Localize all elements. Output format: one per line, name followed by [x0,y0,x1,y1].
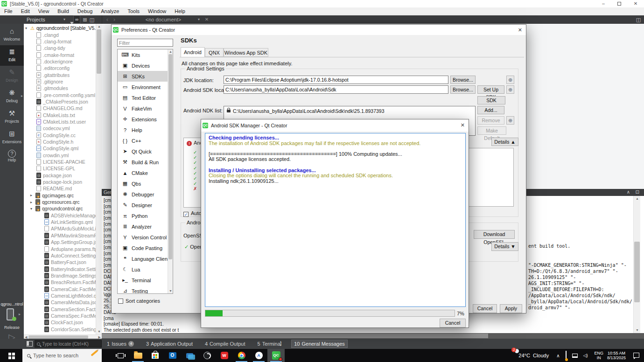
activity-extensions[interactable]: ⊞Extensions [0,127,24,148]
menu-file[interactable]: File [0,7,17,15]
tree-row[interactable]: ▾qgroundcontrol.qrc [24,205,102,212]
taskbar-file-explorer[interactable] [129,349,147,362]
tree-row[interactable]: CodingStyle.cc [24,132,102,139]
weather-temp[interactable]: 24°C [518,353,530,358]
category-scrollbar[interactable]: ▲ ▼ [168,49,173,293]
close-document-icon[interactable]: ✕ [204,15,210,24]
settings-category-kits[interactable]: ⌨Kits [118,49,173,60]
activity-help[interactable]: ?Help [0,148,24,168]
kit-project-name[interactable]: qgrou...ntrol [0,302,24,306]
output-pane-button-issues[interactable]: 1Issues4 [105,340,136,348]
output-pane-button-application-output[interactable]: 3Application Output [144,340,195,348]
tree-row[interactable]: .pre-commit-config.yaml [24,91,102,98]
taskbar-search[interactable] [22,349,102,362]
tree-row[interactable]: _CMakePresets.json [24,98,102,105]
tree-row[interactable]: BrandImage.SettingsGroup. [24,272,102,279]
tab-android[interactable]: Android [181,47,205,57]
tree-row[interactable]: .gitmodules [24,85,102,91]
settings-category-analyzer[interactable]: ≣Analyzer [118,221,173,232]
tree-row[interactable]: .dockerignore [24,58,102,65]
tree-row[interactable]: ▾⚠qgroundcontrol [Stable_V5.0] [24,25,102,31]
taskbar-android-studio[interactable]: A [250,349,267,362]
tree-row[interactable]: APMArduSubMockLink.par [24,225,102,232]
minimize-icon[interactable]: – [597,0,610,7]
tree-row[interactable]: BreachReturn.FactMetaData [24,279,102,285]
jdk-location-input[interactable] [224,76,448,84]
menu-debug[interactable]: Debug [73,7,97,15]
menu-edit[interactable]: Edit [17,7,34,15]
tree-row[interactable]: App.SettingsGroup.json [24,239,102,245]
output-vertical-scrollbar[interactable]: ▲ ▼ [633,196,640,333]
output-pane-button-compile-output[interactable]: 4Compile Output [203,340,248,348]
tree-row[interactable]: BatteryFact.json [24,259,102,265]
settings-category-debugger[interactable]: ❋Debugger [118,189,173,200]
taskbar-microsoft-store[interactable] [147,349,164,362]
taskbar-obs-studio[interactable] [198,349,216,362]
settings-category-code-pasting[interactable]: ▣Code Pasting [118,243,173,253]
cancel-button[interactable]: Cancel [473,304,497,313]
minimize-output-icon[interactable]: ∧ [627,189,630,195]
tree-row[interactable]: LICENSE-APACHE [24,159,102,165]
expander-icon[interactable]: ▾ [30,207,35,211]
close-icon[interactable]: ✕ [518,27,522,33]
settings-category-qt-quick[interactable]: ➤Qt Quick [118,146,173,157]
tree-row[interactable]: README.md [24,185,102,192]
pc-status-icon[interactable] [566,351,567,360]
close-split-icon[interactable]: ◫ [89,15,95,24]
go-back-icon[interactable]: ‹ [105,15,110,24]
link-with-editor-icon[interactable]: ∞ [73,15,80,24]
settings-category-environment[interactable]: ▭Environment [118,82,173,92]
volume-icon[interactable]: ◁) [583,353,588,358]
taskbar-outlook[interactable]: O [164,349,181,362]
scroll-up-icon[interactable]: ▲ [98,25,101,28]
settings-category-language-client[interactable]: ❝Language Client [118,253,173,264]
taskbar-qt-creator[interactable]: QC [267,349,285,362]
tree-row[interactable]: Arduplane.params.ftp.bin [24,245,102,252]
jdk-download-globe-icon[interactable]: ⊕ [506,76,514,84]
menu-tools[interactable]: Tools [123,7,144,15]
set-up-sdk-button[interactable]: Set Up SDK [477,85,504,94]
tree-row[interactable]: AirLinkSettings.qml [24,219,102,225]
output-pane-button-general-messages[interactable]: 10General Messages [291,340,348,348]
tree-row[interactable]: CameraSpec.FactMetaData. [24,313,102,319]
scroll-up-icon[interactable]: ▲ [636,197,639,201]
sort-categories-checkbox[interactable]: Sort categories [118,298,160,304]
scroll-down-icon[interactable]: ▼ [98,330,101,334]
tree-row[interactable]: AutoConnect.SettingsGroup [24,252,102,259]
close-icon[interactable]: ✕ [461,122,465,128]
taskbar-task-view[interactable] [112,349,129,362]
taskbar-webex[interactable]: W [216,349,233,362]
weather-condition[interactable]: Cloudy [533,353,549,358]
split-icon[interactable]: ⊞ [82,15,88,24]
pane-selector-chevron-icon[interactable]: ▾ [63,15,65,24]
openssl-details-button[interactable]: Details ▼ [491,242,518,251]
settings-category-devices[interactable]: ▣Devices [118,60,173,71]
sdk-manager-button[interactable]: SDK Manager [477,96,505,104]
tree-row[interactable]: package-lock.json [24,179,102,185]
tree-row[interactable]: CMakeLists.txt.user [24,118,102,125]
tree-row[interactable]: crowdin.yml [24,152,102,159]
settings-category-terminal[interactable]: ▸_Terminal [118,275,173,285]
tree-row[interactable]: CMakeLists.txt [24,111,102,118]
pane-selector[interactable]: Projects [27,15,45,24]
network-icon[interactable] [572,351,578,360]
tree-row[interactable]: BatteryIndicator.SettingsGrc [24,265,102,272]
expander-icon[interactable]: ▸ [30,200,35,204]
settings-category-lua[interactable]: ☾Lua [118,264,173,275]
menu-help[interactable]: Help [170,7,189,15]
menu-window[interactable]: Window [144,7,170,15]
action-center-icon[interactable] [633,351,639,360]
settings-category-designer[interactable]: ✎Designer [118,200,173,210]
settings-category-c[interactable]: { }C++ [118,135,173,146]
sdk-download-globe-icon[interactable]: ⊕ [506,85,514,94]
settings-category-sdks[interactable]: ⊞SDKs [118,71,173,82]
tree-row[interactable]: ClockFact.json [24,319,102,326]
activity-projects[interactable]: ⚒Projects [0,107,24,127]
ndk-download-globe-icon[interactable]: ⊕ [506,116,514,125]
tab-windows-app-sdk[interactable]: Windows App SDK [224,48,268,57]
settings-category-text-editor[interactable]: ▤Text Editor [118,92,173,103]
split-editor-icon[interactable]: ◫ [635,15,642,24]
settings-category-python[interactable]: πPython [118,210,173,221]
sdk-cancel-button[interactable]: Cancel [440,319,466,327]
tree-row[interactable]: CodingStyle.h [24,139,102,145]
